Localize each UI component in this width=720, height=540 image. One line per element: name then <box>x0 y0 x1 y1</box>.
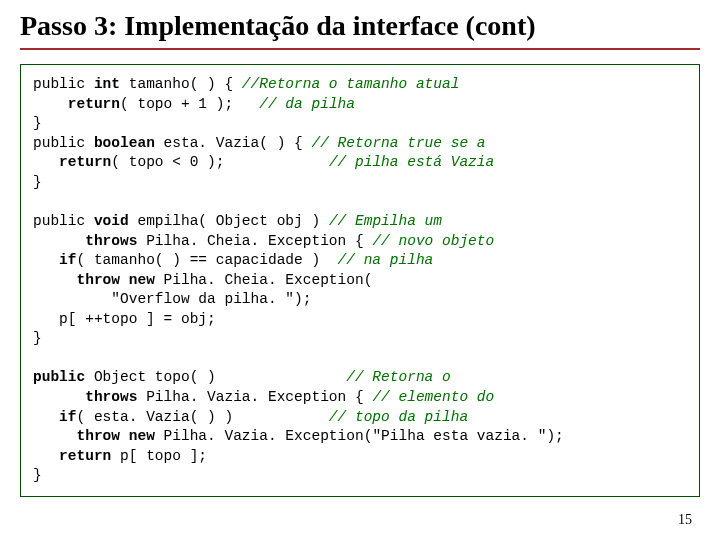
code-line: throw new Pilha. Vazia. Exception("Pilha… <box>33 428 564 444</box>
code-line: return p[ topo ]; <box>33 448 207 464</box>
code-line: if( tamanho( ) == capacidade ) // na pil… <box>33 252 433 268</box>
code-line: public Object topo( ) // Retorna o <box>33 369 451 385</box>
code-line: throw new Pilha. Cheia. Exception( <box>33 272 372 288</box>
code-line: } <box>33 467 42 483</box>
code-line: return( topo + 1 ); // da pilha <box>33 96 355 112</box>
code-line: } <box>33 330 42 346</box>
code-line: } <box>33 115 42 131</box>
page-number: 15 <box>678 512 692 528</box>
code-line: "Overflow da pilha. "); <box>33 291 311 307</box>
slide-title: Passo 3: Implementação da interface (con… <box>20 10 700 50</box>
code-line: public int tamanho( ) { //Retorna o tama… <box>33 76 459 92</box>
code-line: throws Pilha. Cheia. Exception { // novo… <box>33 233 494 249</box>
code-line: public boolean esta. Vazia( ) { // Retor… <box>33 135 486 151</box>
code-line: throws Pilha. Vazia. Exception { // elem… <box>33 389 494 405</box>
code-line: if( esta. Vazia( ) ) // topo da pilha <box>33 409 468 425</box>
slide: Passo 3: Implementação da interface (con… <box>0 0 720 540</box>
code-line: return( topo < 0 ); // pilha está Vazia <box>33 154 494 170</box>
code-line: p[ ++topo ] = obj; <box>33 311 216 327</box>
code-line: public void empilha( Object obj ) // Emp… <box>33 213 442 229</box>
code-block: public int tamanho( ) { //Retorna o tama… <box>20 64 700 497</box>
code-line: } <box>33 174 42 190</box>
